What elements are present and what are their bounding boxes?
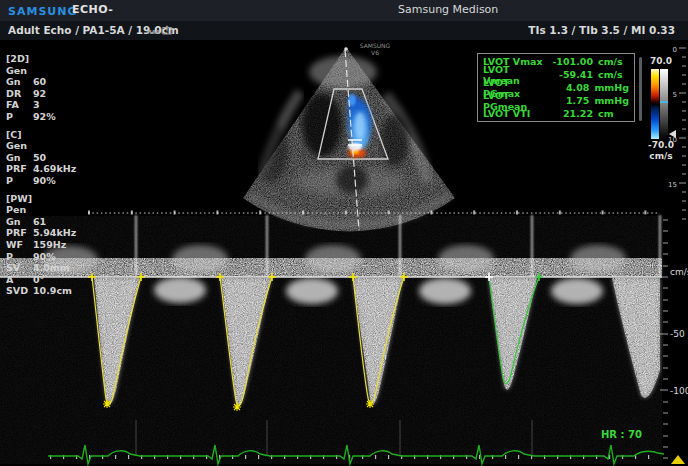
store-clip-icon (161, 25, 173, 35)
colorbar-min-label: -70.0 (642, 140, 680, 150)
param-value: 0° (33, 274, 44, 286)
har-label: HAR (147, 29, 160, 35)
section-mode: Pen (6, 204, 92, 216)
depth-ruler-labels: 0 5 10 15 (668, 46, 677, 189)
measurement-value: 21.22 (547, 108, 593, 119)
2d-params-section: [2D] Gen Gn60 DR92 FA3 P92% (6, 53, 92, 123)
param-value: 4.0mm (33, 262, 70, 274)
svg-text:15: 15 (668, 181, 677, 189)
study-id-label: ECHO- (72, 3, 113, 16)
2d-sector-image: SAMSUNG V6 (243, 42, 455, 231)
pw-spectrogram: cm/s -50 -100 (0, 215, 688, 464)
color-params-section: [C] Gen Gn50 PRF4.69kHz P90% (6, 129, 92, 187)
parameter-sidebar: [2D] Gen Gn60 DR92 FA3 P92% [C] Gen Gn50… (6, 53, 92, 303)
param-key: Gn (6, 216, 33, 228)
sample-volume-glow (348, 143, 362, 151)
doppler-color-scale (651, 69, 659, 139)
svg-text:0: 0 (673, 46, 677, 54)
param-key: Gn (6, 76, 33, 88)
param-value: 92% (33, 111, 56, 123)
colorbar-max-label: 70.0 (646, 56, 676, 66)
measurement-unit: cm/s (598, 69, 629, 80)
measurement-row: LVOT VTI21.22cm (483, 107, 629, 120)
heart-rate-label: HR : 70 (601, 429, 642, 440)
param-key: WF (6, 239, 33, 251)
param-value: 90% (33, 251, 56, 263)
param-key: SV (6, 262, 33, 274)
param-key: Gn (6, 152, 33, 164)
param-value: 5.94kHz (33, 227, 76, 239)
colorbar-pointer-icon (669, 130, 676, 138)
section-title: [2D] (6, 53, 92, 65)
param-key: DR (6, 88, 33, 100)
section-title: [PW] (6, 193, 92, 205)
measurement-unit: cm (598, 108, 629, 119)
measurement-value: -101.00 (547, 56, 593, 67)
acoustic-indices-label: TIs 1.3 / TIb 3.5 / MI 0.33 (528, 24, 675, 36)
exam-info-bar: Adult Echo / PA1-5A / 19.0cm HAR TIs 1.3… (0, 21, 688, 40)
svg-text:-50: -50 (670, 329, 685, 339)
colorbar (651, 69, 668, 139)
param-value: 10.9cm (33, 285, 72, 297)
param-value: 3 (33, 99, 40, 111)
samsung-logo: SAMSUNG (8, 5, 77, 18)
measurement-value: 4.08 (547, 82, 589, 93)
ultrasound-screen: SAMSUNG V6 0 5 10 15 (0, 0, 688, 466)
measurement-value: -59.41 (547, 69, 593, 80)
measurement-unit: cm/s (598, 56, 629, 67)
param-key: PRF (6, 163, 33, 175)
measurement-unit: mmHg (594, 82, 629, 93)
probe-model-label: V6 (371, 49, 379, 56)
title-bar: SAMSUNG ECHO- Samsung Medison (0, 0, 688, 21)
param-value: 4.69kHz (33, 163, 76, 175)
sweep-position-marker (671, 455, 685, 464)
param-value: 92 (33, 88, 46, 100)
velocity-axis: cm/s -50 -100 (660, 220, 688, 458)
vendor-title: Samsung Medison (398, 3, 498, 16)
param-value: 50 (33, 152, 46, 164)
param-value: 90% (33, 175, 56, 187)
measurement-row: LVOT PGmean1.75mmHg (483, 94, 629, 107)
svg-text:-100: -100 (670, 386, 688, 396)
colorbar-slider (639, 57, 642, 121)
measurement-label: LVOT VTI (483, 108, 547, 119)
measurement-value: 1.75 (547, 95, 589, 106)
param-value: 159Hz (33, 239, 66, 251)
param-value: 60 (33, 76, 46, 88)
param-key: PRF (6, 227, 33, 239)
grayscale-bar (660, 69, 668, 139)
param-key: SVD (6, 285, 33, 297)
grayscale-marker (660, 101, 668, 103)
measurement-unit: mmHg (594, 95, 629, 106)
param-key: P (6, 175, 33, 187)
section-mode: Gen (6, 65, 92, 77)
param-key: FA (6, 99, 33, 111)
colorbar-unit-label: cm/s (644, 151, 678, 161)
probe-brand-label: SAMSUNG (360, 42, 391, 49)
pw-params-section: [PW] Pen Gn61 PRF5.94kHz WF159Hz P90% SV… (6, 193, 92, 297)
svg-text:5: 5 (673, 91, 677, 99)
section-mode: Gen (6, 140, 92, 152)
section-title: [C] (6, 129, 92, 141)
measurement-results-box: LVOT Vmax-101.00cm/s LVOT Vmean-59.41cm/… (477, 53, 635, 122)
param-key: P (6, 111, 33, 123)
param-key: A (6, 274, 33, 286)
param-key: P (6, 251, 33, 263)
param-value: 61 (33, 216, 46, 228)
svg-text:cm/s: cm/s (670, 267, 688, 277)
depth-ruler (679, 48, 686, 219)
